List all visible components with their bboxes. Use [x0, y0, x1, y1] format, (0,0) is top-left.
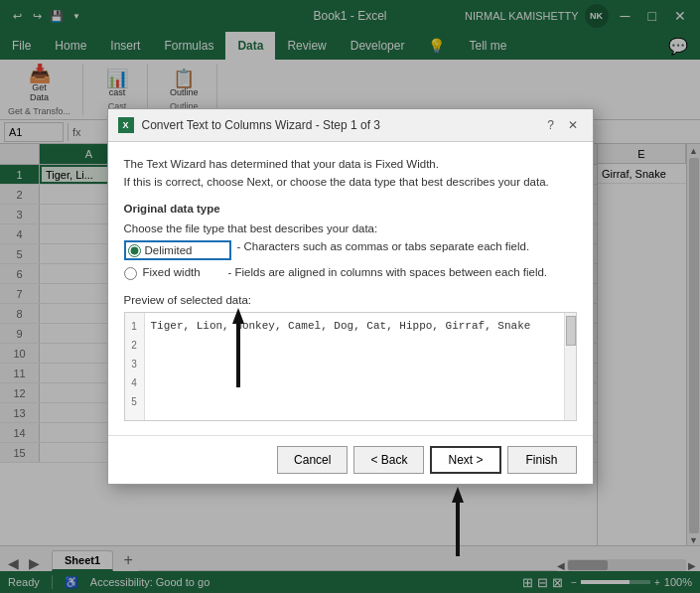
radio-option-fixed-width: Fixed width - Fields are aligned in colu…: [124, 266, 577, 280]
arrow-annotation-next: [450, 487, 509, 569]
preview-label: Preview of selected data:: [124, 294, 577, 306]
delimited-radio[interactable]: [128, 244, 141, 257]
dialog-chrome-buttons: ? ✕: [541, 115, 583, 135]
preview-section: Preview of selected data: 1 2 3 4 5: [124, 294, 577, 421]
preview-scroll-thumb[interactable]: [566, 316, 576, 346]
svg-marker-3: [452, 487, 464, 503]
preview-content: 1 2 3 4 5 Tiger, Lion, Monkey, Camel, Do…: [125, 313, 576, 420]
delimited-radio-container[interactable]: Delimited: [124, 240, 231, 260]
dialog-section-subtitle: Choose the file type that best describes…: [124, 222, 577, 234]
back-button[interactable]: < Back: [353, 446, 424, 474]
preview-data-line-1: Tiger, Lion, Monkey, Camel, Dog, Cat, Hi…: [151, 317, 558, 336]
dialog-title-text: Convert Text to Columns Wizard - Step 1 …: [142, 118, 381, 132]
dialog-intro-line1: The Text Wizard has determined that your…: [124, 156, 577, 173]
finish-button[interactable]: Finish: [507, 446, 577, 474]
preview-line-num-4: 4: [125, 373, 144, 392]
preview-data-line-2: [151, 336, 558, 355]
next-button[interactable]: Next >: [430, 446, 500, 474]
dialog-help-button[interactable]: ?: [541, 115, 561, 135]
delimited-desc: - Characters such as commas or tabs sepa…: [237, 240, 530, 252]
preview-data-line-4: [151, 373, 558, 392]
preview-line-num-5: 5: [125, 392, 144, 411]
dialog-body: The Text Wizard has determined that your…: [108, 142, 593, 435]
preview-vertical-scrollbar[interactable]: [564, 313, 576, 420]
dialog-section-title: Original data type: [124, 203, 577, 215]
preview-data-line-3: [151, 355, 558, 373]
preview-data-area: Tiger, Lion, Monkey, Camel, Dog, Cat, Hi…: [145, 313, 564, 420]
dialog-intro: The Text Wizard has determined that your…: [124, 156, 577, 191]
dialog-title-bar: X Convert Text to Columns Wizard - Step …: [108, 109, 593, 142]
excel-window: ↩ ↪ 💾 ▼ Book1 - Excel NIRMAL KAMISHETTY …: [0, 0, 700, 593]
dialog-app-icon: X: [118, 117, 134, 133]
fixed-width-radio[interactable]: [124, 267, 137, 280]
preview-data-line-5: [151, 392, 558, 411]
delimited-label: Delimited: [145, 244, 224, 256]
radio-option-delimited: Delimited - Characters such as commas or…: [124, 240, 577, 260]
dialog-intro-line2: If this is correct, choose Next, or choo…: [124, 174, 577, 191]
preview-line-num-3: 3: [125, 355, 144, 373]
dialog-title-left: X Convert Text to Columns Wizard - Step …: [118, 117, 381, 133]
convert-text-dialog: X Convert Text to Columns Wizard - Step …: [107, 108, 594, 485]
fixed-width-label: Fixed width: [143, 266, 222, 278]
preview-line-num-2: 2: [125, 336, 144, 355]
dialog-close-button[interactable]: ✕: [563, 115, 583, 135]
preview-horizontal-scrollbar[interactable]: [125, 420, 576, 421]
preview-box: 1 2 3 4 5 Tiger, Lion, Monkey, Camel, Do…: [124, 312, 577, 421]
preview-line-numbers: 1 2 3 4 5: [125, 313, 145, 420]
dialog-footer: Cancel < Back Next > Finish: [108, 435, 593, 484]
preview-line-num-1: 1: [125, 317, 144, 336]
fixed-width-desc: - Fields are aligned in columns with spa…: [228, 266, 548, 278]
modal-overlay: X Convert Text to Columns Wizard - Step …: [0, 0, 700, 593]
cancel-button[interactable]: Cancel: [277, 446, 348, 474]
